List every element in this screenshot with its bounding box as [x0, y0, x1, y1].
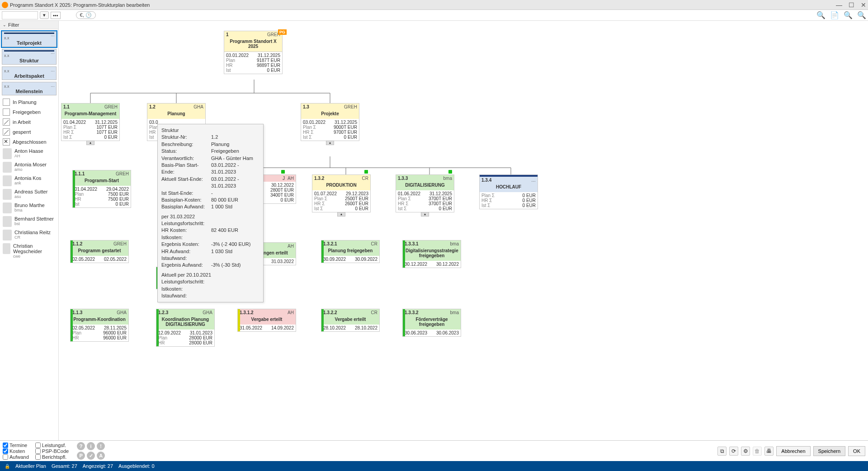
- avatar: [3, 230, 12, 240]
- alert-icon[interactable]: !: [97, 442, 105, 450]
- filter-label: Filter: [8, 22, 19, 28]
- type-chip-struktur[interactable]: x.x… Struktur: [2, 49, 57, 65]
- close-icon[interactable]: ✕: [861, 1, 866, 9]
- refresh-icon[interactable]: ⟳: [729, 447, 738, 456]
- type-chip-arbeitspaket[interactable]: x.x… Arbeitspaket: [2, 66, 57, 80]
- wbs-node-1-1-3[interactable]: 1.1.3GHA Programm-Koordination 02.05.202…: [70, 309, 129, 342]
- wbs-node-1-1[interactable]: 1.1GREH Programm-Management 01.04.202231…: [61, 103, 120, 141]
- wbs-canvas[interactable]: PG 1GREH Programm Standort X 2025 03.01.…: [59, 21, 868, 440]
- wbs-node-1-3-2-2[interactable]: 1.3.2.2CR Vergabe erteilt 28.10.202228.1…: [321, 309, 380, 332]
- status-in-planung[interactable]: In Planung: [0, 97, 58, 107]
- maximize-icon[interactable]: ☐: [849, 1, 854, 9]
- zoom-fit-icon[interactable]: 🔍: [857, 11, 866, 19]
- collapse-handle-icon[interactable]: ▴: [86, 141, 94, 145]
- quick-search-input[interactable]: [2, 11, 38, 19]
- euro-icon: €,: [80, 12, 84, 18]
- wbs-node-1-1-1[interactable]: 1.1.1GREH Programm-Start 01.04.202229.04…: [72, 170, 131, 208]
- sidebar: ⌄ Filter x.x… Teilprojekt x.x… Struktur …: [0, 21, 59, 440]
- check-kosten[interactable]: Kosten: [3, 448, 29, 454]
- status-indicator-icon: [281, 170, 285, 174]
- lock-icon: [5, 463, 10, 469]
- a-icon[interactable]: A: [97, 452, 105, 460]
- wbs-node-1-3-1-2[interactable]: 1.3.1.2AH Vergabe erteilt 31.05.202214.0…: [237, 309, 296, 332]
- person-item[interactable]: Christian Wegscheidercwe: [0, 242, 58, 260]
- check-icon[interactable]: ✓: [87, 452, 95, 460]
- wbs-node-1-3-4[interactable]: 1.3.4… HOCHLAUF Plan Σ0 EUR HR Σ0 EUR Is…: [479, 174, 538, 209]
- status-indicator-icon: [364, 170, 368, 174]
- avatar: [3, 243, 10, 254]
- collapse-handle-icon[interactable]: ▴: [326, 141, 334, 145]
- wbs-node-1-3-2[interactable]: 1.3.2CR PRODUKTION 01.07.202229.12.2023 …: [312, 174, 371, 212]
- wbs-node-1-3-3-2[interactable]: 1.3.3.2bma Förderverträge freigegeben 30…: [402, 309, 461, 337]
- status-abgeschlossen[interactable]: Abgeschlossen: [0, 137, 58, 147]
- collapse-handle-icon[interactable]: ▴: [337, 212, 345, 217]
- person-item[interactable]: Antonia Moseramo: [0, 160, 58, 174]
- info-icon[interactable]: i: [87, 442, 95, 450]
- wbs-node-1-2-3[interactable]: 1.2.3GHA Koordination Planung DIGITALISI…: [156, 309, 215, 347]
- person-item[interactable]: Bruno Marthebma: [0, 201, 58, 215]
- person-item[interactable]: Christiiana ReitzCR: [0, 228, 58, 242]
- copy-icon[interactable]: ⧉: [717, 447, 726, 456]
- status-indicator-icon: [448, 170, 452, 174]
- wbs-node-1-3-3[interactable]: 1.3.3bma DIGITALISIERUNG 01.06.202231.12…: [396, 174, 454, 212]
- minimize-icon[interactable]: —: [836, 1, 842, 9]
- status-gesperrt[interactable]: gesperrt: [0, 127, 58, 137]
- person-item[interactable]: Anton HaaseAH: [0, 147, 58, 160]
- node-tooltip: Struktur Struktur-Nr:1.2 Beschreibung:Pl…: [157, 124, 264, 302]
- check-psp-bcode[interactable]: PSP-BCode: [35, 448, 69, 454]
- ok-button[interactable]: OK: [848, 446, 865, 456]
- zoom-out-icon[interactable]: 🔍: [844, 11, 853, 19]
- statusbar-plan-label: Aktueller Plan: [15, 463, 46, 469]
- status-freigegeben[interactable]: Freigegeben: [0, 107, 58, 117]
- check-aufwand[interactable]: Aufwand: [3, 454, 29, 460]
- view-currency-time-pill[interactable]: €, 🕒: [76, 11, 96, 19]
- statusbar: Aktueller Plan Gesamt: 27 Angezeigt: 27 …: [0, 461, 868, 471]
- avatar: [3, 189, 12, 200]
- collapse-handle-icon[interactable]: ▴: [421, 212, 429, 217]
- clock-icon: 🕒: [85, 12, 92, 18]
- dropdown-icon[interactable]: ▾: [40, 11, 49, 19]
- wbs-node-1-3[interactable]: 1.3GREH Projekte 03.01.202231.12.2025 Pl…: [301, 103, 359, 141]
- pg-badge-icon: PG: [278, 29, 287, 35]
- print-icon[interactable]: 🖶: [764, 447, 774, 456]
- p-icon[interactable]: P: [77, 452, 85, 460]
- wbs-node-root[interactable]: PG 1GREH Programm Standort X 2025 03.01.…: [224, 31, 283, 74]
- wbs-node-1-1-2[interactable]: 1.1.2GREH Programm gestartet 02.05.20220…: [70, 240, 129, 263]
- avatar: [3, 175, 12, 186]
- delete-icon: 🗑: [753, 447, 762, 456]
- find-in-page-icon[interactable]: 📄: [830, 11, 839, 19]
- person-item[interactable]: Antonia Kosank: [0, 174, 58, 188]
- wbs-node-1-3-3-1[interactable]: 1.3.3.1bma Digitalisierungsstrategie fre…: [402, 240, 461, 268]
- cancel-button[interactable]: Abbrechen: [776, 446, 810, 456]
- settings-icon[interactable]: ⚙: [741, 447, 750, 456]
- avatar: [3, 203, 12, 213]
- person-item[interactable]: Bernhard Stettnerbst: [0, 215, 58, 228]
- check-berichtspfl[interactable]: Berichtspfl.: [35, 454, 69, 460]
- wbs-node-1-3-2-1[interactable]: 1.3.2.1CR Planung freigegeben 30.09.2022…: [321, 240, 380, 263]
- type-chip-meilenstein[interactable]: x.x… Meilenstein: [2, 82, 57, 95]
- person-item[interactable]: Andreas Sutterasu: [0, 188, 58, 201]
- avatar: [3, 162, 12, 173]
- check-leistungsf[interactable]: Leistungsf.: [35, 443, 69, 448]
- status-in-arbeit[interactable]: in Arbeit: [0, 117, 58, 127]
- avatar: [3, 148, 12, 159]
- window-title: Programm Standort X 2025: Programm-Struk…: [10, 2, 150, 8]
- app-icon: [2, 2, 8, 8]
- zoom-in-icon[interactable]: 🔍: [816, 11, 826, 19]
- footer: Termine Kosten Aufwand Leistungsf. PSP-B…: [0, 440, 868, 461]
- more-icon[interactable]: •••: [51, 12, 61, 19]
- filter-section-toggle[interactable]: ⌄ Filter: [0, 21, 58, 29]
- toolbar: ▾ ••• €, 🕒 🔍 📄 🔍 🔍: [0, 10, 868, 21]
- avatar: [3, 216, 12, 227]
- help-icon[interactable]: ?: [77, 442, 85, 450]
- check-termine[interactable]: Termine: [3, 443, 29, 448]
- save-button[interactable]: Speichern: [813, 446, 846, 456]
- titlebar: Programm Standort X 2025: Programm-Struk…: [0, 0, 868, 10]
- chevron-down-icon: ⌄: [3, 23, 6, 27]
- type-chip-teilprojekt[interactable]: x.x… Teilprojekt: [2, 31, 57, 47]
